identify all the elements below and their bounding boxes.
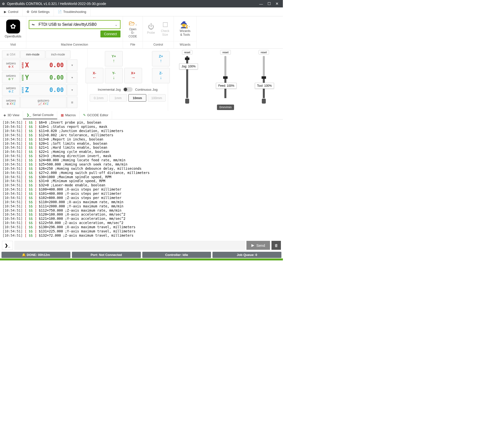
jog-mode-switch[interactable] xyxy=(123,87,133,92)
port-text: FTDI USB to Serial /dev/ttyUSB0 xyxy=(39,22,111,27)
jog-override-slider[interactable]: reset Jog: 100% xyxy=(170,50,205,110)
console-line: [10:54:51] [ $$ ] $130=296.000 ;X-axis m… xyxy=(2,225,280,229)
feed-override-value: Feed: 100% xyxy=(216,83,237,89)
tab-macros[interactable]: ▦Macros xyxy=(57,111,80,119)
tab-grbl-settings[interactable]: ⚙Grbl Settings xyxy=(23,7,54,16)
chevron-down-icon: ⌄ xyxy=(113,23,120,27)
check-size-button[interactable]: ☐ CheckSize xyxy=(159,20,171,37)
console-line: [10:54:51] [ $$ ] $131=225.000 ;Y-axis m… xyxy=(2,229,280,233)
console-line: [10:54:51] [ $$ ] $110=2000.000 ;X-axis … xyxy=(2,200,280,204)
maximize-button[interactable]: ☐ xyxy=(265,1,273,6)
setzero-xyz-button[interactable]: setzero⊕ XYZ xyxy=(2,97,20,108)
probe-button[interactable]: ⏻ Probe xyxy=(145,22,157,35)
dro-x: WORKX0.00 xyxy=(20,59,66,71)
jog-x-minus[interactable]: X-← xyxy=(86,68,103,83)
status-done: 🔔 DONE: 00h12m xyxy=(1,252,70,258)
feed-override-slider[interactable]: reset Feed: 100% 0mm/min xyxy=(208,50,243,110)
section-label-control: Control xyxy=(143,41,174,48)
play-icon: ▶ xyxy=(4,10,6,14)
feed-rate-badge: 0mm/min xyxy=(217,105,234,110)
clear-console-button[interactable]: 🗑 xyxy=(271,241,281,250)
jog-reset-button[interactable]: reset xyxy=(182,50,192,55)
tab-troubleshooting[interactable]: 📄Troubleshooting xyxy=(54,7,90,16)
gotozero-button[interactable]: gotozero📈 XYZ xyxy=(20,97,66,108)
cube-icon: ◈ xyxy=(3,113,6,117)
connect-button[interactable]: Connect xyxy=(100,30,120,37)
tool-override-value: Tool: 100% xyxy=(255,83,274,89)
dro-x-menu[interactable]: ▾ xyxy=(67,59,77,71)
port-select[interactable]: ⇋ FTDI USB to Serial /dev/ttyUSB0 ⌄ xyxy=(29,20,120,29)
openbuilds-logo[interactable]: ✿ xyxy=(6,20,20,33)
main-pane: ≣G54 mm-mode inch-mode setzero⊕ X WORKX0… xyxy=(0,48,283,111)
tab-gcode-editor[interactable]: ✎GCODE Editor xyxy=(80,111,112,119)
wizard-icon: 🧙⌄ xyxy=(180,21,190,29)
document-icon: 📄 xyxy=(58,10,62,14)
jog-z-minus[interactable]: Z-↓ xyxy=(152,68,170,83)
console-line: [10:54:51] [ $$ ] $22=1 ;Homing cycle en… xyxy=(2,150,280,154)
setzero-z-button[interactable]: setzero⊕ Z xyxy=(2,84,20,96)
status-controller: Controller: Idle xyxy=(142,252,211,258)
dro-xyz-menu[interactable]: ≣ xyxy=(67,97,77,108)
play-icon: ▶ xyxy=(251,243,254,248)
override-sliders: reset Jog: 100% reset Feed: 100% 0mm/min… xyxy=(168,49,283,111)
tool-reset-button[interactable]: reset xyxy=(259,50,269,55)
jog-z-plus[interactable]: Z+↑ xyxy=(152,51,170,66)
minimize-button[interactable]: — xyxy=(257,2,265,6)
jog-y-plus[interactable]: Y+↑ xyxy=(105,51,123,66)
inc-100mm[interactable]: 100mm xyxy=(148,94,166,102)
console-line: [10:54:51] [ $$ ] $132=72.000 ;Z-axis ma… xyxy=(2,233,280,238)
console-line: [10:54:51] [ $$ ] $27=2.000 ;Homing swit… xyxy=(2,171,280,175)
inch-mode-button[interactable]: inch-mode xyxy=(46,51,70,58)
inc-0-1mm[interactable]: 0.1mm xyxy=(90,94,108,102)
serial-console[interactable]: [10:54:51] [ $$ ] $6=0 ;Invert probe pin… xyxy=(0,119,283,239)
console-line: [10:54:51] [ $$ ] $21=1 ;Hard limits ena… xyxy=(2,145,280,150)
console-line: [10:54:51] [ $$ ] $31=0 ;Minimum spindle… xyxy=(2,179,280,183)
wizards-button[interactable]: 🧙⌄ Wizards& Tools xyxy=(178,20,192,37)
console-line: [10:54:51] [ $$ ] $32=0 ;Laser-mode enab… xyxy=(2,183,280,187)
titlebar: ⚙ OpenBuilds CONTROL v1.0.321 / HelloWor… xyxy=(0,0,283,7)
tab-control[interactable]: ▶Control xyxy=(0,7,23,16)
terminal-icon: ❯_ xyxy=(27,113,31,117)
jog-y-minus[interactable]: Y-↓ xyxy=(105,68,123,83)
setzero-x-button[interactable]: setzero⊕ X xyxy=(2,59,20,71)
dro-z-menu[interactable]: ▾ xyxy=(67,84,77,96)
setzero-y-button[interactable]: setzero⊕ Y xyxy=(2,72,20,83)
console-line: [10:54:51] [ $$ ] $100=400.000 ;X-axis s… xyxy=(2,187,280,192)
feed-reset-button[interactable]: reset xyxy=(220,50,231,55)
tool-override-slider[interactable]: reset Tool: 100% xyxy=(246,50,281,110)
send-button[interactable]: ▶Send xyxy=(246,241,270,250)
tab-serial-console[interactable]: ❯_Serial Console xyxy=(23,111,57,119)
dro-y-menu[interactable]: ▾ xyxy=(67,72,77,83)
toolbar: ✿ OpenBuilds Visit ⇋ FTDI USB to Serial … xyxy=(0,16,283,48)
console-line: [10:54:51] [ $$ ] $11=0.020 ;Junction de… xyxy=(2,129,280,133)
console-line: [10:54:51] [ $$ ] $111=2000.000 ;Y-axis … xyxy=(2,204,280,208)
console-line: [10:54:51] [ $$ ] $23=3 ;Homing directio… xyxy=(2,154,280,158)
openbuilds-label: OpenBuilds xyxy=(5,34,21,38)
command-input[interactable] xyxy=(14,241,245,250)
gear-icon: ⚙ xyxy=(2,2,5,6)
footer-accent xyxy=(0,258,283,260)
mm-mode-button[interactable]: mm-mode xyxy=(20,51,45,58)
section-label-wizards: Wizards xyxy=(174,41,196,48)
jog-override-value: Jog: 100% xyxy=(179,63,198,69)
section-label-file: File xyxy=(123,41,143,48)
inc-1mm[interactable]: 1mm xyxy=(109,94,127,102)
prompt-icon: ❯_ xyxy=(2,241,13,250)
inc-10mm[interactable]: 10mm xyxy=(128,94,146,102)
console-line: [10:54:51] [ $$ ] $26=250 ;Homing switch… xyxy=(2,167,280,171)
tab-3d-view[interactable]: ◈3D View xyxy=(0,111,23,119)
jog-x-plus[interactable]: X+→ xyxy=(124,68,142,83)
folder-icon: 🗁⌄ xyxy=(129,19,137,27)
window-title: OpenBuilds CONTROL v1.0.321 / HelloWorld… xyxy=(7,2,257,6)
console-line: [10:54:51] [ $$ ] $121=100.000 ;Y-axis a… xyxy=(2,217,280,221)
grid-icon: ▦ xyxy=(61,113,64,117)
console-line: [10:54:51] [ $$ ] $25=500.000 ;Homing se… xyxy=(2,162,280,167)
console-line: [10:54:51] [ $$ ] $10=1 ;Status report o… xyxy=(2,125,280,129)
close-button[interactable]: ✕ xyxy=(273,1,281,6)
sliders-icon: ⚙ xyxy=(27,10,30,14)
g54-button[interactable]: ≣G54 xyxy=(2,51,20,58)
square-icon: ☐ xyxy=(162,21,168,29)
edit-icon: ✎ xyxy=(83,113,86,117)
open-gcode-button[interactable]: 🗁⌄ OpenG-CODE xyxy=(125,18,140,39)
usb-icon: ⇋ xyxy=(30,23,37,27)
